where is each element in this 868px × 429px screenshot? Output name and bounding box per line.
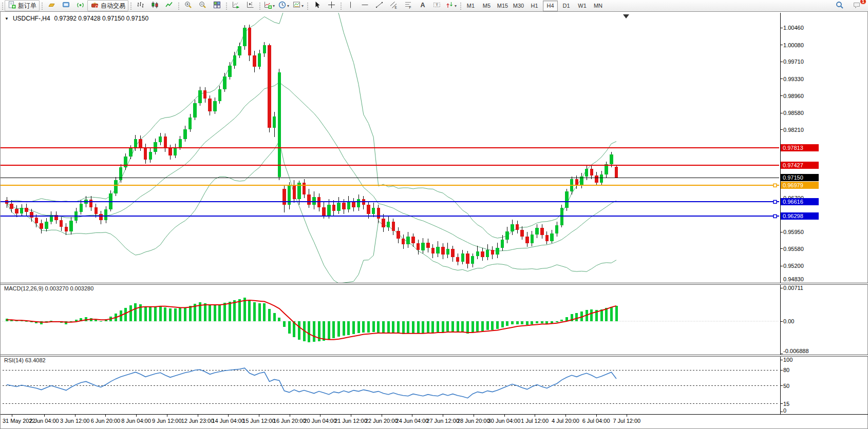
- price-axis-tick-label[interactable]: 0.94830: [783, 276, 804, 283]
- toolbar-group-handle[interactable]: [1, 2, 4, 10]
- trendline-button[interactable]: [372, 0, 386, 11]
- macd-axis-tick-label[interactable]: -0.006888: [783, 347, 809, 355]
- label-button[interactable]: T: [429, 0, 444, 11]
- horizontal-line-button[interactable]: [357, 0, 372, 11]
- svg-text:A: A: [420, 2, 425, 9]
- candle-chart-button[interactable]: [147, 0, 162, 11]
- timeframe-w1-button[interactable]: W1: [575, 1, 590, 11]
- time-axis-label[interactable]: 6 Jun 20:00: [91, 418, 121, 424]
- text-button[interactable]: A: [415, 0, 429, 11]
- toolbar-group-handle[interactable]: [258, 2, 261, 10]
- toolbar-group-handle[interactable]: [225, 2, 228, 10]
- gold-bar-button[interactable]: [44, 0, 59, 11]
- time-axis-label[interactable]: 3 Jun 12:00: [60, 418, 90, 424]
- toolbar-group-handle[interactable]: [306, 2, 309, 10]
- cursor-button[interactable]: [310, 0, 324, 11]
- search-button[interactable]: [832, 0, 846, 11]
- pane-separator-rsi[interactable]: [1, 355, 868, 357]
- price-axis-tick-label[interactable]: 0.98960: [783, 92, 804, 100]
- price-axis-tick-label[interactable]: 0.98580: [783, 109, 804, 116]
- toolbar-group-handle[interactable]: [41, 2, 43, 10]
- client-terminal-icon: [62, 1, 70, 11]
- price-axis-tick-label[interactable]: 0.99330: [783, 75, 804, 83]
- signal-button[interactable]: [73, 0, 87, 11]
- price-axis-tick-label[interactable]: 0.98210: [783, 126, 804, 133]
- fibonacci-button[interactable]: F: [401, 0, 415, 11]
- signal-icon: [76, 1, 85, 11]
- chart-window[interactable]: ▼ USDCHF-,H4 0.97392 0.97428 0.97150 0.9…: [0, 11, 868, 429]
- hline-handle[interactable]: [773, 200, 777, 203]
- zoom-in-button[interactable]: [181, 0, 195, 11]
- channel-button[interactable]: E: [386, 0, 401, 11]
- time-axis-label[interactable]: 4 Jul 20:00: [552, 418, 579, 424]
- timeframe-m15-button[interactable]: M15: [495, 1, 510, 11]
- time-axis-label[interactable]: 30 Jun 04:00: [488, 418, 521, 424]
- rsi-axis-tick-label[interactable]: 0: [783, 407, 786, 414]
- timeframe-h1-button[interactable]: H1: [527, 1, 542, 11]
- time-axis-label[interactable]: 1 Jul 12:00: [521, 418, 549, 424]
- time-axis-label[interactable]: 12 Jun 23:00: [181, 418, 214, 424]
- toolbar-group-handle[interactable]: [177, 2, 180, 10]
- one-click-trading-toggle-icon[interactable]: ▼: [5, 16, 9, 21]
- time-axis-label[interactable]: 20 Jun 04:00: [304, 418, 336, 424]
- periods-button[interactable]: ▾: [276, 0, 291, 11]
- rsi-axis-tick-label[interactable]: 100: [783, 356, 792, 363]
- arrows-button[interactable]: ▾: [444, 0, 458, 11]
- time-axis-label[interactable]: 22 Jun 20:00: [365, 418, 398, 424]
- time-axis-label[interactable]: 28 Jun 20:00: [457, 418, 490, 424]
- time-axis-label[interactable]: 27 Jun 12:00: [426, 418, 459, 424]
- rsi-axis-tick-label[interactable]: 50: [783, 382, 789, 389]
- auto-trading-button[interactable]: 自动交易: [87, 0, 128, 11]
- timeframe-m30-button[interactable]: M30: [511, 1, 526, 11]
- new-order-button[interactable]: 新订单: [5, 0, 40, 11]
- timeframe-mn-button[interactable]: MN: [591, 1, 606, 11]
- toolbar-group-handle[interactable]: [459, 2, 462, 10]
- time-axis-label[interactable]: 2 Jun 04:00: [29, 418, 59, 424]
- chart-shift-marker-icon[interactable]: [623, 14, 629, 18]
- price-axis-tick-label[interactable]: 0.95950: [783, 228, 804, 236]
- timeframe-m1-button[interactable]: M1: [463, 1, 478, 11]
- timeframe-h4-button[interactable]: H4: [543, 1, 558, 11]
- time-axis-label[interactable]: 9 Jun 12:00: [152, 418, 182, 424]
- search-icon: [835, 1, 844, 11]
- crosshair-button[interactable]: [324, 0, 338, 11]
- client-terminal-button[interactable]: [59, 0, 73, 11]
- auto-scroll-button[interactable]: [229, 0, 243, 11]
- tile-windows-button[interactable]: [210, 0, 224, 11]
- macd-axis-tick-label[interactable]: 0.00711: [783, 284, 803, 291]
- rsi-axis-tick-label[interactable]: 15: [783, 400, 789, 407]
- time-axis-label[interactable]: 7 Jul 12:00: [613, 418, 640, 424]
- toolbar-group-handle[interactable]: [129, 2, 132, 10]
- time-axis-label[interactable]: 16 Jun 20:00: [273, 418, 306, 424]
- time-axis-label[interactable]: 24 Jun 04:00: [396, 418, 429, 424]
- time-axis-label[interactable]: 8 Jun 04:00: [121, 418, 151, 424]
- vertical-line-button[interactable]: [343, 0, 357, 11]
- zoom-out-button[interactable]: [195, 0, 210, 11]
- price-axis-tick-label[interactable]: 0.99710: [783, 58, 804, 65]
- time-axis-label[interactable]: 14 Jun 04:00: [212, 418, 244, 424]
- price-axis-tick-label[interactable]: 1.00460: [783, 24, 804, 31]
- rsi-axis-tick-label[interactable]: 80: [783, 366, 789, 374]
- timeframe-m5-button[interactable]: M5: [479, 1, 494, 11]
- bollinger-middle-band: [7, 83, 616, 251]
- pane-separator-macd[interactable]: [1, 283, 868, 285]
- timeframe-d1-button[interactable]: D1: [559, 1, 574, 11]
- line-chart-button[interactable]: [162, 0, 176, 11]
- chart-plot[interactable]: [1, 12, 868, 428]
- time-axis-label[interactable]: 6 Jul 04:00: [582, 418, 610, 424]
- macd-axis-tick-label[interactable]: 0.00: [783, 318, 794, 325]
- hline-handle[interactable]: [773, 215, 777, 218]
- chat-button[interactable]: 1: [850, 0, 864, 11]
- time-axis-label[interactable]: 15 Jun 12:00: [242, 418, 275, 424]
- chart-shift-button[interactable]: [243, 0, 257, 11]
- indicators-button[interactable]: ▾: [262, 0, 276, 11]
- templates-button[interactable]: ▾: [291, 0, 305, 11]
- price-axis-tick-label[interactable]: 1.00080: [783, 42, 804, 49]
- price-axis-tick-label[interactable]: 0.95200: [783, 262, 804, 269]
- time-axis-label[interactable]: 21 Jun 12:00: [334, 418, 367, 424]
- chart-ohlc-values: 0.97392 0.97428 0.97150 0.97150: [54, 15, 149, 22]
- hline-handle[interactable]: [773, 184, 777, 187]
- bar-chart-button[interactable]: [133, 0, 147, 11]
- toolbar-group-handle[interactable]: [339, 2, 342, 10]
- price-axis-tick-label[interactable]: 0.95580: [783, 245, 804, 252]
